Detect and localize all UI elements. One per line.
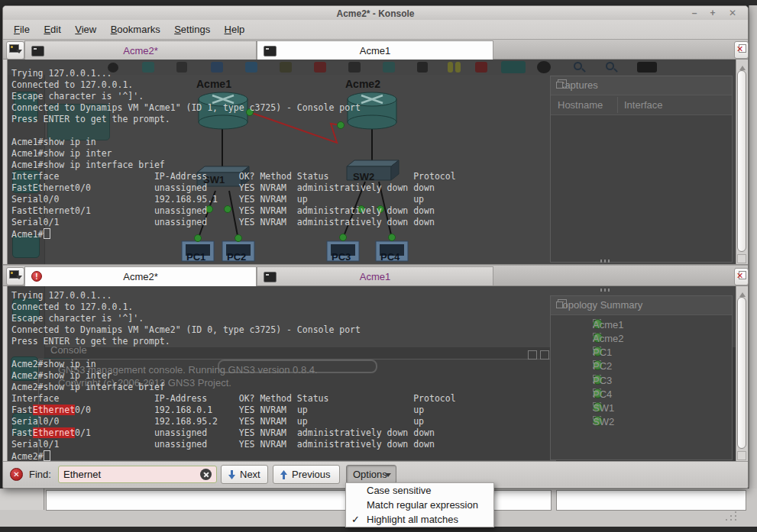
terminal-acme1[interactable]: Acme1 Acme2 SW1 SW2 PC1 PC2 PC3 PC4 Capt… [7, 60, 736, 264]
topology-item[interactable]: PC1 [550, 346, 733, 360]
titlebar[interactable]: Acme2* - Konsole – + ✕ [3, 6, 748, 20]
close-icon: ✕ [736, 272, 743, 280]
terminal-output: Trying 127.0.0.1...Connected to 127.0.0.… [11, 68, 456, 240]
scroll-up-icon[interactable] [739, 63, 746, 70]
captures-panel-title: Captures [551, 76, 732, 95]
menu-edit[interactable]: Edit [44, 20, 60, 39]
tab-label: Acme2* [123, 45, 158, 56]
column-interface: Interface [624, 99, 663, 111]
find-options-menu: Case sensitive Match regular expression … [345, 482, 494, 527]
resize-grip-icon[interactable] [724, 511, 738, 522]
tab-label: Acme1 [360, 271, 390, 282]
menu-view[interactable]: View [75, 20, 96, 39]
scrollbar-thumb[interactable] [737, 70, 746, 252]
close-tab-button[interactable]: ✕ [734, 268, 749, 285]
dock-grip [600, 288, 620, 292]
node-label-pc3: PC3 [332, 251, 351, 263]
tab-acme1-bottom[interactable]: Acme1 [257, 266, 493, 285]
tab-acme1-top[interactable]: Acme1 [257, 40, 493, 60]
topology-summary-title: Topology Summary [551, 296, 732, 315]
chevron-down-icon [16, 276, 22, 282]
scrollbar-foot [737, 451, 746, 460]
topology-item[interactable]: SW1 [550, 401, 733, 415]
minimize-button[interactable]: – [688, 8, 700, 18]
clear-search-icon[interactable] [200, 469, 212, 480]
menubar: File Edit View Bookmarks Settings Help [3, 20, 748, 39]
terminal-icon [264, 272, 277, 282]
scrollbar-foot [737, 254, 746, 263]
konsole-window: Acme2* - Konsole – + ✕ File Edit View Bo… [2, 5, 749, 488]
tab-label: Acme2* [123, 271, 158, 282]
find-previous-button[interactable]: Previous [273, 465, 340, 484]
menu-settings[interactable]: Settings [174, 20, 210, 39]
arrow-down-icon [227, 469, 237, 480]
close-icon: ✕ [736, 45, 743, 53]
gns3-panel-footer [556, 490, 746, 511]
float-panel-icon[interactable] [558, 79, 567, 89]
menu-item-case-sensitive[interactable]: Case sensitive [346, 483, 493, 498]
chevron-down-icon [16, 50, 22, 56]
desktop-top-strip [0, 0, 757, 5]
find-next-button[interactable]: Next [221, 465, 268, 484]
topology-item[interactable]: PC4 [550, 388, 733, 401]
close-panel-icon[interactable] [540, 350, 549, 360]
scroll-up-icon[interactable] [739, 289, 746, 297]
menu-item-highlight-all[interactable]: ✓ Highlight all matches [346, 512, 493, 527]
find-input[interactable] [58, 466, 217, 483]
topology-item[interactable]: PC3 [550, 374, 733, 388]
window-title: Acme2* - Konsole [336, 8, 414, 19]
close-tab-button[interactable]: ✕ [734, 41, 749, 59]
alert-icon: ! [31, 271, 42, 282]
topology-item[interactable]: PC2 [550, 360, 733, 373]
arrow-up-icon [279, 469, 289, 480]
desktop: Acme2* - Konsole – + ✕ File Edit View Bo… [0, 0, 757, 532]
terminal-output: Trying 127.0.0.1...Connected to 127.0.0.… [11, 290, 456, 461]
tab-acme2-bottom[interactable]: ! Acme2* [24, 266, 257, 286]
terminal-icon [31, 46, 44, 56]
desktop-bottom-strip [0, 527, 757, 532]
node-label-pc1: PC1 [186, 251, 205, 263]
captures-columns: Hostname Interface [551, 95, 732, 115]
find-options-button[interactable]: Options [346, 465, 396, 484]
new-tab-button[interactable] [6, 267, 24, 285]
captures-panel: Captures Hostname Interface [550, 76, 733, 263]
tab-label: Acme1 [360, 45, 390, 56]
topology-item[interactable]: Acme2 [550, 332, 733, 346]
find-label: Find: [29, 469, 51, 480]
scrollbar[interactable] [736, 286, 747, 461]
terminal-icon [264, 46, 277, 56]
float-panel-icon[interactable] [528, 350, 537, 360]
tabbar-top: Acme2* Acme1 ✕ [3, 39, 748, 60]
close-find-bar-button[interactable]: ✕ [10, 468, 23, 481]
new-tab-button[interactable] [6, 41, 24, 60]
checkmark-icon: ✓ [351, 512, 364, 527]
menu-help[interactable]: Help [225, 20, 245, 39]
dock-grip [600, 259, 620, 263]
chevron-down-icon [385, 473, 391, 480]
topology-item[interactable]: SW2 [550, 415, 733, 429]
menu-file[interactable]: File [14, 20, 30, 39]
scrollbar[interactable] [736, 60, 747, 264]
topology-item[interactable]: Acme1 [550, 318, 733, 332]
menu-bookmarks[interactable]: Bookmarks [111, 20, 160, 39]
gns3-dock-corner [0, 488, 44, 510]
node-label-pc2: PC2 [227, 251, 246, 263]
close-button[interactable]: ✕ [726, 8, 739, 18]
float-panel-icon[interactable] [558, 299, 567, 308]
node-label-pc4: PC4 [380, 251, 400, 263]
tab-acme2-top[interactable]: Acme2* [24, 40, 257, 60]
gns3-window-edge [749, 5, 757, 527]
column-hostname: Hostname [558, 99, 603, 111]
menu-item-match-regex[interactable]: Match regular expression [346, 498, 493, 512]
tabbar-bottom: ! Acme2* Acme1 ✕ [3, 265, 748, 286]
terminal-acme2[interactable]: Console GNS3 management console. Running… [7, 286, 736, 461]
scrollbar-thumb[interactable] [737, 297, 746, 449]
maximize-button[interactable]: + [707, 8, 719, 18]
